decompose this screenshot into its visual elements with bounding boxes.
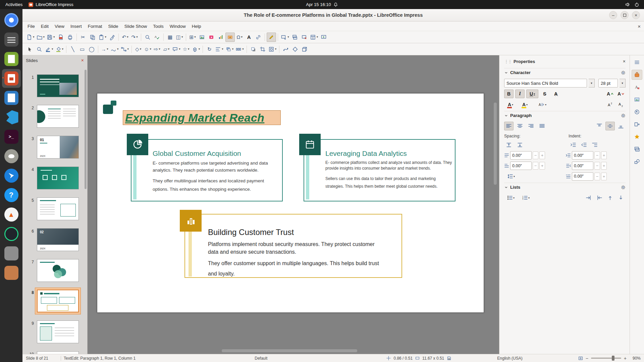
display-views-button[interactable]: ◫▾ [175,33,184,42]
toggle-extrusion-button[interactable] [300,45,309,54]
dropdown-icon[interactable]: ▾ [512,103,513,106]
dropdown-icon[interactable]: ▾ [181,36,183,39]
dock-item-gimp[interactable] [2,147,21,166]
slide-transition-tab[interactable] [632,119,642,129]
minimize-button[interactable]: – [609,11,617,19]
master-slide-status[interactable]: Default [255,356,267,361]
increase-paragraph-spacing-button[interactable] [504,140,514,149]
dock-item-libreoffice-calc[interactable] [2,50,21,68]
paragraph-section-header[interactable]: Paragraph [504,111,626,120]
promote-button[interactable] [595,193,604,202]
increment-button[interactable]: + [539,152,545,159]
menu-file[interactable]: File [24,22,38,30]
dropdown-icon[interactable]: ▾ [117,48,119,51]
dock-show-applications[interactable] [2,343,21,362]
rotate-button[interactable]: ↻ [205,45,214,54]
menu-format[interactable]: Format [85,22,105,30]
increment-button[interactable]: + [601,173,607,180]
dropdown-icon[interactable]: ▾ [33,36,35,39]
stars-button[interactable]: ☆▾ [181,45,191,54]
rectangle-button[interactable]: ▭ [77,45,87,54]
pie-chart-icon[interactable] [127,134,148,155]
clock-menu[interactable]: Apr 15 16:10 [306,2,338,7]
flowchart-button[interactable]: ▱▾ [162,45,171,54]
slide-thumbnail-3[interactable]: 01 202X [37,136,79,159]
card-paragraph[interactable]: Sellers can use this data to tailor thei… [325,175,452,191]
slide-thumbnail-7[interactable] [37,259,79,282]
slides-panel-scrollbar[interactable] [85,70,87,189]
slide-thumbnail-2[interactable] [37,105,79,128]
character-spacing-button[interactable]: A ▾ [536,100,549,109]
spelling-button[interactable]: A [152,33,162,42]
increase-indent-button[interactable] [569,140,578,149]
dropdown-icon[interactable]: ▾ [62,48,64,51]
gear-icon[interactable] [621,185,626,190]
card-paragraph[interactable]: Platforms implement robust security meas… [208,240,386,256]
dropdown-icon[interactable]: ▾ [534,93,535,96]
dropdown-icon[interactable]: ▾ [242,48,244,51]
dropdown-icon[interactable]: ▾ [168,48,170,51]
connectors-button[interactable]: ▾ [120,45,130,54]
increase-font-size-button[interactable]: A [605,89,615,98]
slide-thumbnail-5[interactable] [37,197,79,220]
properties-close-icon[interactable]: × [623,59,626,64]
close-button[interactable]: × [632,11,640,19]
callouts-button[interactable]: ▾ [171,45,181,54]
slide-canvas[interactable]: Expanding Market Reach Global Customer A… [97,93,484,313]
slide-title-textbox[interactable]: Expanding Market Reach [123,110,281,125]
dropdown-icon[interactable]: ▾ [514,175,515,178]
dropdown-icon[interactable]: ▾ [199,48,200,51]
dropdown-icon[interactable]: ▾ [105,36,107,39]
dock-item-help[interactable]: ? [2,186,21,204]
toggle-shadow-button[interactable]: A [551,89,560,98]
align-left-button[interactable] [504,122,514,130]
hyperlink-button[interactable] [254,33,263,42]
dock-item-vlc[interactable]: ▲ [2,205,21,224]
arrange-button[interactable]: ▾ [224,45,235,54]
master-slides-tab[interactable] [632,144,642,154]
dropdown-icon[interactable]: ▾ [526,103,528,106]
decrease-paragraph-spacing-button[interactable] [515,140,525,149]
select-tool-button[interactable] [25,45,35,54]
calendar-icon[interactable] [299,134,321,155]
card-paragraph[interactable]: E- commerce platforms collect and analyz… [325,160,452,171]
dropdown-icon[interactable]: ▾ [287,36,289,39]
edit-points-button[interactable] [281,45,290,54]
show-draw-functions-button[interactable] [267,33,276,42]
card-paragraph[interactable]: They offer multilingual interfaces and l… [153,177,273,194]
zoom-level-status[interactable]: 90% [629,356,641,361]
decrease-indent-button[interactable] [579,140,589,149]
increment-button[interactable]: + [539,162,545,170]
underline-button[interactable]: U▾ [526,89,538,98]
move-up-button[interactable] [605,193,615,202]
block-arrows-button[interactable]: ⇨▾ [152,45,162,54]
dropdown-icon[interactable]: ▾ [275,48,277,51]
insert-line-button[interactable]: ╲ [68,45,77,54]
ordered-list-button[interactable]: 123 ▾ [519,193,533,202]
bold-button[interactable]: B [504,89,514,98]
spacing-above-input[interactable] [510,151,532,160]
insert-chart-button[interactable] [216,33,225,42]
italic-button[interactable]: I [515,89,525,98]
menu-insert[interactable]: Insert [67,22,85,30]
lists-section-header[interactable]: Lists [504,183,626,191]
save-button[interactable]: ▾ [46,33,56,42]
edit-mode-status[interactable]: TextEdit: Paragraph 1, Row 1, Column 1 [64,356,136,361]
dropdown-icon[interactable]: ▾ [545,103,546,106]
dock-item-gnome-boxes[interactable] [2,244,21,263]
dropdown-icon[interactable]: ▾ [53,36,55,39]
sidebar-settings-tab[interactable] [632,57,642,67]
open-file-button[interactable]: ▾ [36,33,46,42]
curves-polygons-button[interactable]: ▾ [109,45,120,54]
slide-thumbnail-9[interactable] [37,320,79,343]
gear-icon[interactable] [621,70,626,75]
dock-item-libreoffice-writer[interactable] [2,88,21,107]
decrease-font-size-button[interactable]: A [616,89,626,98]
dropdown-icon[interactable]: ▾ [140,48,142,51]
line-spacing-button[interactable]: ▾ [504,172,518,181]
shadow-button[interactable] [249,45,258,54]
menu-view[interactable]: View [52,22,67,30]
clone-formatting-button[interactable] [107,33,117,42]
panel-grip-icon[interactable]: ⋮⋮ [504,59,512,64]
card-body[interactable]: E- commerce platforms use targeted adver… [153,160,273,194]
